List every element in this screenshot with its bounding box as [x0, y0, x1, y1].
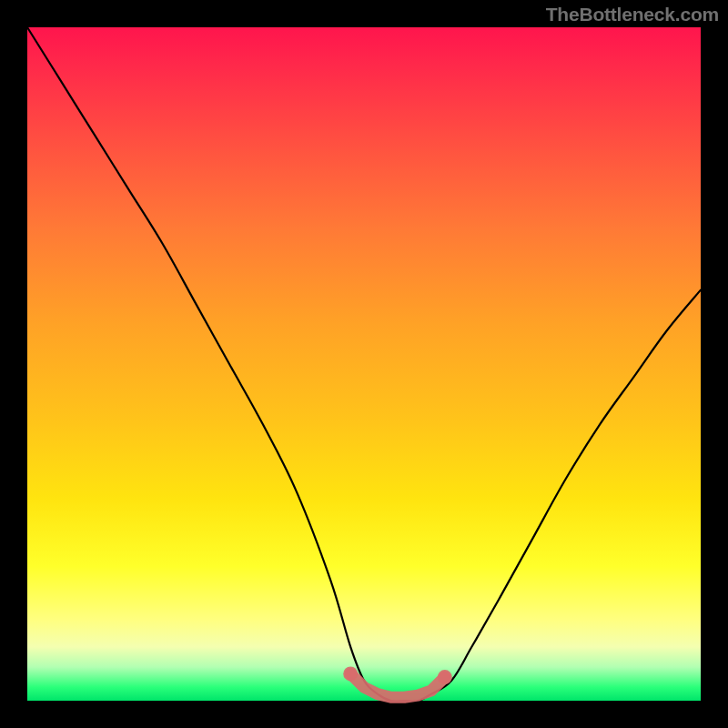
svg-point-1: [438, 670, 452, 684]
bottleneck-curve: [27, 27, 701, 702]
chart-frame: TheBottleneck.com: [0, 0, 728, 728]
watermark-label: TheBottleneck.com: [546, 4, 719, 25]
chart-svg: [27, 27, 701, 701]
svg-point-0: [343, 666, 358, 681]
